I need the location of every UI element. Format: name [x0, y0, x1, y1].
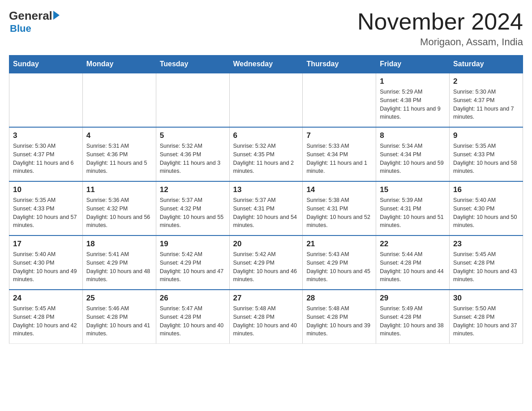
- calendar-cell: 6Sunrise: 5:32 AMSunset: 4:35 PMDaylight…: [229, 127, 303, 181]
- calendar-cell: 8Sunrise: 5:34 AMSunset: 4:34 PMDaylight…: [376, 127, 450, 181]
- calendar-cell: 20Sunrise: 5:42 AMSunset: 4:29 PMDayligh…: [229, 235, 303, 290]
- weekday-header-sunday: Sunday: [9, 56, 83, 73]
- day-info: Sunrise: 5:32 AMSunset: 4:36 PMDaylight:…: [160, 142, 226, 176]
- day-info: Sunrise: 5:29 AMSunset: 4:38 PMDaylight:…: [380, 88, 446, 121]
- location-title: Morigaon, Assam, India: [357, 36, 523, 48]
- day-number: 7: [306, 131, 372, 140]
- title-section: November 2024 Morigaon, Assam, India: [357, 9, 523, 48]
- day-number: 30: [453, 294, 519, 303]
- page-header: General Blue November 2024 Morigaon, Ass…: [9, 9, 523, 48]
- day-number: 20: [233, 240, 299, 248]
- day-number: 22: [380, 240, 446, 248]
- day-info: Sunrise: 5:48 AMSunset: 4:28 PMDaylight:…: [233, 304, 299, 338]
- calendar-cell: [82, 73, 156, 127]
- day-number: 24: [13, 294, 79, 303]
- weekday-header-saturday: Saturday: [450, 56, 523, 73]
- calendar-week-row: 17Sunrise: 5:40 AMSunset: 4:30 PMDayligh…: [9, 235, 523, 290]
- day-info: Sunrise: 5:35 AMSunset: 4:33 PMDaylight:…: [453, 142, 519, 176]
- weekday-header-friday: Friday: [376, 56, 450, 73]
- day-number: 16: [453, 185, 519, 194]
- day-number: 17: [13, 240, 79, 248]
- calendar-cell: 21Sunrise: 5:43 AMSunset: 4:29 PMDayligh…: [303, 235, 376, 290]
- calendar-cell: 2Sunrise: 5:30 AMSunset: 4:37 PMDaylight…: [450, 73, 523, 127]
- calendar-cell: [156, 73, 229, 127]
- weekday-header-tuesday: Tuesday: [156, 56, 229, 73]
- day-info: Sunrise: 5:44 AMSunset: 4:28 PMDaylight:…: [380, 250, 446, 284]
- day-number: 3: [13, 131, 79, 140]
- day-number: 9: [453, 131, 519, 140]
- logo-blue: Blue: [10, 23, 31, 34]
- day-number: 21: [306, 240, 372, 248]
- calendar-cell: 16Sunrise: 5:40 AMSunset: 4:30 PMDayligh…: [450, 181, 523, 235]
- calendar-cell: 27Sunrise: 5:48 AMSunset: 4:28 PMDayligh…: [229, 290, 303, 344]
- calendar-cell: 10Sunrise: 5:35 AMSunset: 4:33 PMDayligh…: [9, 181, 83, 235]
- calendar-cell: 13Sunrise: 5:37 AMSunset: 4:31 PMDayligh…: [229, 181, 303, 235]
- calendar-week-row: 10Sunrise: 5:35 AMSunset: 4:33 PMDayligh…: [9, 181, 523, 235]
- calendar-cell: 9Sunrise: 5:35 AMSunset: 4:33 PMDaylight…: [450, 127, 523, 181]
- day-info: Sunrise: 5:45 AMSunset: 4:28 PMDaylight:…: [13, 304, 79, 338]
- day-info: Sunrise: 5:31 AMSunset: 4:36 PMDaylight:…: [86, 142, 152, 176]
- calendar-cell: 29Sunrise: 5:49 AMSunset: 4:28 PMDayligh…: [376, 290, 450, 344]
- calendar-cell: 15Sunrise: 5:39 AMSunset: 4:31 PMDayligh…: [376, 181, 450, 235]
- day-number: 15: [380, 185, 446, 194]
- day-info: Sunrise: 5:47 AMSunset: 4:28 PMDaylight:…: [160, 304, 226, 338]
- day-info: Sunrise: 5:37 AMSunset: 4:32 PMDaylight:…: [160, 196, 226, 230]
- day-info: Sunrise: 5:42 AMSunset: 4:29 PMDaylight:…: [233, 250, 299, 284]
- calendar-cell: 28Sunrise: 5:48 AMSunset: 4:28 PMDayligh…: [303, 290, 376, 344]
- calendar-cell: 18Sunrise: 5:41 AMSunset: 4:29 PMDayligh…: [82, 235, 156, 290]
- calendar-cell: 17Sunrise: 5:40 AMSunset: 4:30 PMDayligh…: [9, 235, 83, 290]
- calendar-cell: 25Sunrise: 5:46 AMSunset: 4:28 PMDayligh…: [82, 290, 156, 344]
- calendar-week-row: 3Sunrise: 5:30 AMSunset: 4:37 PMDaylight…: [9, 127, 523, 181]
- calendar-cell: 19Sunrise: 5:42 AMSunset: 4:29 PMDayligh…: [156, 235, 229, 290]
- day-info: Sunrise: 5:40 AMSunset: 4:30 PMDaylight:…: [453, 196, 519, 230]
- weekday-header-thursday: Thursday: [303, 56, 376, 73]
- day-info: Sunrise: 5:32 AMSunset: 4:35 PMDaylight:…: [233, 142, 299, 176]
- calendar-cell: [229, 73, 303, 127]
- calendar-cell: 3Sunrise: 5:30 AMSunset: 4:37 PMDaylight…: [9, 127, 83, 181]
- calendar-cell: [303, 73, 376, 127]
- day-number: 2: [453, 77, 519, 86]
- day-number: 26: [160, 294, 226, 303]
- day-info: Sunrise: 5:38 AMSunset: 4:31 PMDaylight:…: [306, 196, 372, 230]
- calendar-cell: 11Sunrise: 5:36 AMSunset: 4:32 PMDayligh…: [82, 181, 156, 235]
- calendar-cell: 24Sunrise: 5:45 AMSunset: 4:28 PMDayligh…: [9, 290, 83, 344]
- calendar-cell: 26Sunrise: 5:47 AMSunset: 4:28 PMDayligh…: [156, 290, 229, 344]
- day-number: 5: [160, 131, 226, 140]
- day-number: 18: [86, 240, 152, 248]
- day-info: Sunrise: 5:49 AMSunset: 4:28 PMDaylight:…: [380, 304, 446, 338]
- day-info: Sunrise: 5:39 AMSunset: 4:31 PMDaylight:…: [380, 196, 446, 230]
- day-info: Sunrise: 5:41 AMSunset: 4:29 PMDaylight:…: [86, 250, 152, 284]
- calendar-cell: 14Sunrise: 5:38 AMSunset: 4:31 PMDayligh…: [303, 181, 376, 235]
- weekday-header-wednesday: Wednesday: [229, 56, 303, 73]
- day-number: 19: [160, 240, 226, 248]
- calendar-cell: 1Sunrise: 5:29 AMSunset: 4:38 PMDaylight…: [376, 73, 450, 127]
- logo: General Blue: [9, 9, 60, 34]
- day-info: Sunrise: 5:45 AMSunset: 4:28 PMDaylight:…: [453, 250, 519, 284]
- day-info: Sunrise: 5:40 AMSunset: 4:30 PMDaylight:…: [13, 250, 79, 284]
- logo-general: General: [9, 9, 52, 23]
- calendar-cell: 5Sunrise: 5:32 AMSunset: 4:36 PMDaylight…: [156, 127, 229, 181]
- calendar-table: SundayMondayTuesdayWednesdayThursdayFrid…: [9, 55, 523, 344]
- day-info: Sunrise: 5:48 AMSunset: 4:28 PMDaylight:…: [306, 304, 372, 338]
- calendar-cell: 23Sunrise: 5:45 AMSunset: 4:28 PMDayligh…: [450, 235, 523, 290]
- day-number: 10: [13, 185, 79, 194]
- day-info: Sunrise: 5:50 AMSunset: 4:28 PMDaylight:…: [453, 304, 519, 338]
- weekday-header-monday: Monday: [82, 56, 156, 73]
- calendar-cell: 30Sunrise: 5:50 AMSunset: 4:28 PMDayligh…: [450, 290, 523, 344]
- weekday-header-row: SundayMondayTuesdayWednesdayThursdayFrid…: [9, 56, 523, 73]
- day-number: 23: [453, 240, 519, 248]
- day-info: Sunrise: 5:35 AMSunset: 4:33 PMDaylight:…: [13, 196, 79, 230]
- day-number: 12: [160, 185, 226, 194]
- month-year-title: November 2024: [357, 9, 523, 34]
- day-info: Sunrise: 5:42 AMSunset: 4:29 PMDaylight:…: [160, 250, 226, 284]
- day-info: Sunrise: 5:30 AMSunset: 4:37 PMDaylight:…: [453, 88, 519, 121]
- calendar-cell: 7Sunrise: 5:33 AMSunset: 4:34 PMDaylight…: [303, 127, 376, 181]
- calendar-cell: 4Sunrise: 5:31 AMSunset: 4:36 PMDaylight…: [82, 127, 156, 181]
- day-number: 1: [380, 77, 446, 86]
- day-number: 27: [233, 294, 299, 303]
- day-info: Sunrise: 5:34 AMSunset: 4:34 PMDaylight:…: [380, 142, 446, 176]
- calendar-cell: [9, 73, 83, 127]
- day-number: 28: [306, 294, 372, 303]
- day-info: Sunrise: 5:36 AMSunset: 4:32 PMDaylight:…: [86, 196, 152, 230]
- day-number: 6: [233, 131, 299, 140]
